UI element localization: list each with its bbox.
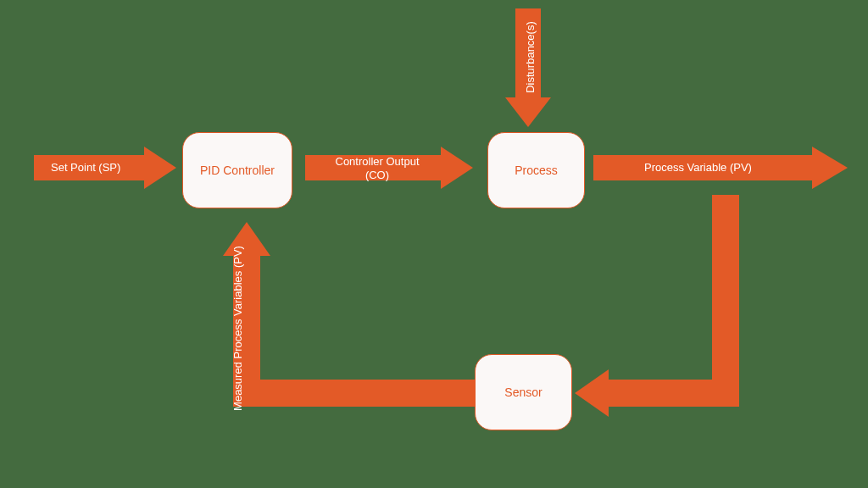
label-process-variable: Process Variable (PV) [644,161,752,174]
node-sensor-label: Sensor [504,385,542,399]
label-disturbance: Disturbance(s) [524,19,537,96]
arrow-measured-pv [223,222,475,407]
arrows-layer [0,0,868,488]
arrow-pv-to-sensor [575,195,739,417]
label-setpoint: Set Point (SP) [51,161,120,174]
node-pid-label: PID Controller [200,164,275,177]
node-sensor: Sensor [475,354,572,430]
node-pid-controller: PID Controller [182,132,292,208]
label-controller-output: Controller Output (CO) [322,155,432,183]
label-measured-pv: Measured Process Variables (PV) [231,231,244,426]
pid-loop-diagram: PID Controller Process Sensor Set Point … [0,0,868,488]
node-process-label: Process [515,164,558,177]
node-process: Process [487,132,585,208]
